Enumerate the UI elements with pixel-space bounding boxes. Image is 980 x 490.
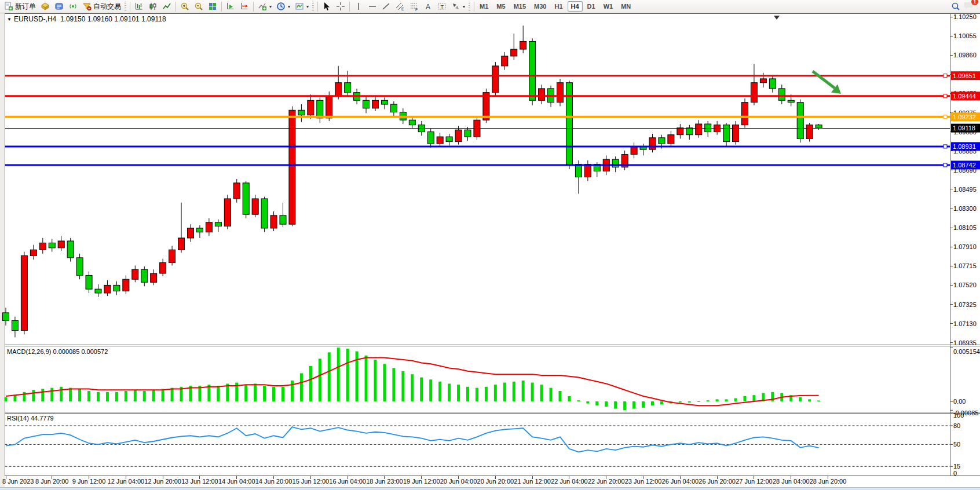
chart-window[interactable]: ▼EURUSD-,H4 1.09150 1.09160 1.09101 1.09… [0, 13, 980, 487]
templates-button[interactable]: ▾ [292, 1, 311, 12]
horizontal-line[interactable] [5, 115, 950, 119]
auto-trading-button[interactable]: 自动交易 [80, 1, 123, 12]
auto-scroll-button[interactable] [224, 1, 237, 12]
horizontal-line[interactable] [5, 163, 950, 167]
chevron-down-icon: ▾ [306, 4, 309, 9]
candle [123, 279, 129, 291]
horizontal-line-tool-button[interactable] [365, 1, 379, 12]
toolbar-separator [253, 2, 254, 12]
svg-text:1.07520: 1.07520 [953, 281, 977, 288]
data-window-button[interactable] [52, 1, 66, 12]
time-label: 22 Jun 04:00 [551, 478, 588, 485]
macd-bar [799, 397, 802, 401]
text-label-tool-button[interactable]: T [435, 1, 449, 12]
candle [196, 228, 203, 232]
line-chart-button[interactable] [160, 1, 174, 12]
horizontal-line[interactable] [5, 74, 950, 78]
periods-button[interactable]: ▾ [274, 1, 292, 12]
tile-windows-icon [208, 2, 217, 11]
candlestick-chart-button[interactable] [146, 1, 160, 12]
timeframe-m30[interactable]: M30 [531, 1, 550, 12]
search-icon[interactable] [951, 2, 960, 11]
candle [797, 103, 803, 139]
line-anchor[interactable] [944, 145, 947, 148]
new-order-button[interactable]: 新订单 [2, 1, 38, 12]
line-anchor[interactable] [944, 163, 947, 167]
equidistant-channel-tool-button[interactable]: E [393, 1, 407, 12]
zoom-out-button[interactable] [192, 1, 206, 12]
candle [104, 285, 111, 293]
toolbar-grip[interactable] [469, 2, 470, 12]
shift-marker-icon[interactable] [774, 16, 780, 20]
time-axis[interactable]: 8 Jun 20238 Jun 20:009 Jun 12:0012 Jun 0… [2, 476, 846, 485]
chart-canvas[interactable]: 1.102501.100551.098601.096651.094701.092… [0, 13, 980, 487]
horizontal-line[interactable] [5, 145, 950, 148]
timeframe-m15[interactable]: M15 [510, 1, 529, 12]
chart-shift-button[interactable] [237, 1, 251, 12]
line-anchor[interactable] [944, 94, 947, 98]
text-label-icon: T [437, 2, 447, 11]
macd-bar [429, 379, 432, 401]
macd-bar [485, 387, 488, 401]
macd-bar [522, 381, 525, 401]
candle [30, 250, 36, 255]
timeframe-h4[interactable]: H4 [568, 1, 583, 12]
fibonacci-icon: F [409, 2, 419, 11]
time-label: 26 Jun 20:00 [699, 478, 736, 485]
trendline-tool-button[interactable] [379, 1, 393, 12]
line-anchor[interactable] [944, 74, 947, 78]
macd-bar [586, 401, 589, 404]
candle [86, 275, 92, 289]
time-label: 28 Jun 20:00 [810, 478, 847, 485]
macd-bar [642, 401, 645, 408]
timeframe-h1[interactable]: H1 [551, 1, 566, 12]
timeframe-w1[interactable]: W1 [600, 1, 617, 12]
timeframe-d1[interactable]: D1 [584, 1, 599, 12]
signals-button[interactable] [66, 1, 80, 12]
timeframe-mn[interactable]: MN [617, 1, 634, 12]
rsi-panel: RSI(14) 44.77791008050150 [5, 412, 964, 476]
macd-bar [171, 388, 174, 401]
cursor-tool-button[interactable] [320, 1, 334, 12]
svg-text:1.10250: 1.10250 [953, 13, 977, 20]
candle [188, 228, 194, 238]
periods-icon [276, 2, 286, 11]
text-tool-button[interactable]: A [421, 1, 435, 12]
candle [12, 321, 18, 331]
tile-windows-button[interactable] [206, 1, 220, 12]
bar-chart-button[interactable] [132, 1, 146, 12]
candle [151, 273, 157, 282]
candle [224, 199, 231, 226]
candle [372, 100, 379, 108]
macd-bar [87, 391, 90, 401]
line-anchor[interactable] [944, 115, 947, 119]
trend-arrow-annotation[interactable] [813, 71, 841, 94]
arrow-tools-button[interactable]: ▾ [449, 1, 467, 12]
toolbar-separator [175, 2, 176, 12]
macd-bar [106, 392, 109, 401]
market-watch-button[interactable] [38, 1, 52, 12]
indicators-button[interactable]: ▾ [255, 1, 274, 12]
candle [289, 110, 295, 224]
horizontal-line[interactable] [5, 94, 950, 98]
crosshair-tool-button[interactable] [334, 1, 348, 12]
macd-bar [744, 396, 747, 401]
notifications-button[interactable]: 1 [964, 1, 974, 12]
timeframe-m5[interactable]: M5 [493, 1, 509, 12]
toolbar-grip[interactable] [125, 2, 126, 12]
macd-label: MACD(12,26,9) 0.000085 0.000572 [7, 348, 108, 355]
timeframe-m1[interactable]: M1 [476, 1, 492, 12]
macd-panel: MACD(12,26,9) 0.000085 0.0005720.0051540… [5, 348, 980, 416]
candle [335, 83, 342, 97]
candle [206, 222, 212, 232]
macd-bar [577, 400, 580, 401]
svg-text:1.07910: 1.07910 [953, 243, 977, 250]
fibonacci-tool-button[interactable]: F [407, 1, 421, 12]
vertical-line-tool-button[interactable] [352, 1, 365, 12]
toolbar-grip[interactable] [312, 2, 314, 12]
macd-bar [41, 389, 44, 401]
price-tag: 1.08931 [951, 142, 980, 151]
bar-chart-icon [134, 2, 144, 11]
time-label: 12 Jun 04:00 [108, 478, 145, 485]
zoom-in-button[interactable] [178, 1, 192, 12]
